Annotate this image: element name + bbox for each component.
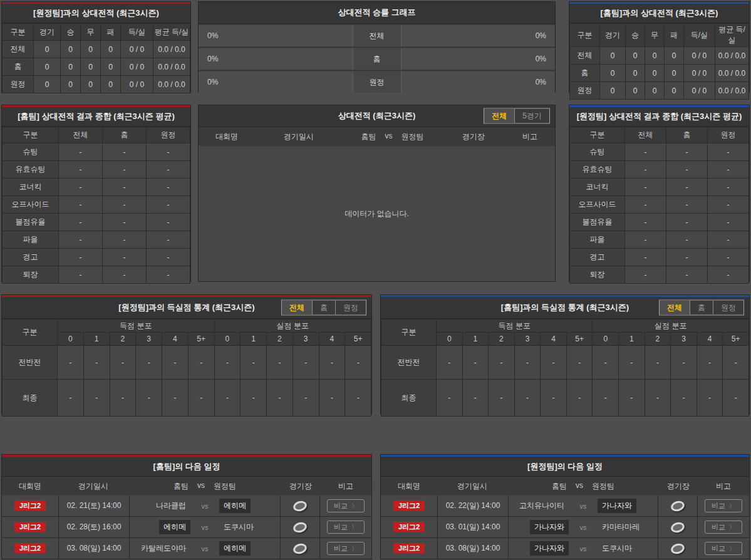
value-cell: - xyxy=(147,249,190,266)
value-cell: - xyxy=(83,380,110,417)
percent-value: 0% xyxy=(536,31,546,40)
col-match: 홈팀 vs 원정팀 xyxy=(343,132,442,142)
compare-button[interactable]: 비교〉 xyxy=(705,542,742,555)
panel-title: [원정팀]의 다음 일정 xyxy=(381,457,749,477)
tab-home[interactable]: 홈 xyxy=(312,301,335,315)
value-cell: - xyxy=(671,346,697,380)
compare-label: 비교 xyxy=(712,544,725,553)
col-league: 대회명 xyxy=(381,481,437,492)
table-row: 경고--- xyxy=(3,249,190,266)
winrate-bar-home-side: 0% xyxy=(199,71,353,93)
col-home: 홈팀 xyxy=(174,481,189,492)
compare-button[interactable]: 비교〉 xyxy=(327,499,365,512)
table-row: 전반전 ------------ xyxy=(381,346,749,380)
value-cell: 0 xyxy=(101,76,121,93)
schedule-row: J리그2 03. 08(일) 14:00 가나자와 vs 도쿠시마 비교〉 xyxy=(381,537,749,559)
value-cell: - xyxy=(666,179,708,196)
chevron-right-icon: 〉 xyxy=(351,523,358,532)
winrate-bar-home-side: 0% xyxy=(199,25,353,46)
panel-title: [원정팀]과의 득실점 통계 (최근3시즌) xyxy=(118,303,254,312)
compare-button[interactable]: 비교〉 xyxy=(327,542,365,555)
percent-value: 0% xyxy=(536,78,546,86)
datetime-cell: 02. 22(일) 14:00 xyxy=(437,495,508,516)
header-cell: 경기 xyxy=(34,24,61,41)
table-row: 파울--- xyxy=(570,231,749,249)
value-cell: - xyxy=(59,214,103,231)
value-cell: - xyxy=(136,346,162,380)
away-summary-table: 구분 전체 홈 원정 슈팅--- 유효슈팅--- 코너킥--- 오프사이드---… xyxy=(569,127,749,284)
value-cell: - xyxy=(345,346,371,380)
header-cell: 0 xyxy=(214,333,241,346)
vs-label: vs xyxy=(190,502,219,510)
compare-button[interactable]: 비교〉 xyxy=(705,521,742,534)
panel-title: 상대전적 승률 그래프 xyxy=(199,2,555,24)
tab-home[interactable]: 홈 xyxy=(690,301,713,315)
table-row: 홈 0 0 0 0 0 / 0 0.0 / 0.0 xyxy=(570,65,749,82)
value-cell: 0 xyxy=(665,82,684,100)
tab-away[interactable]: 원정 xyxy=(335,301,366,315)
tab-all[interactable]: 전체 xyxy=(282,301,312,315)
header-cell: 구분 xyxy=(570,24,600,47)
vs-label: vs xyxy=(569,545,598,552)
winrate-row-label: 홈 xyxy=(353,48,401,70)
header-cell: 득/실 xyxy=(121,24,153,41)
note-cell: 비교〉 xyxy=(319,538,371,559)
value-cell: - xyxy=(514,346,541,380)
value-cell: - xyxy=(103,266,147,284)
tab-all[interactable]: 전체 xyxy=(660,301,690,315)
value-cell: - xyxy=(625,143,666,161)
header-cell: 2 xyxy=(110,333,136,346)
schedule-row: J리그2 02. 28(토) 16:00 에히메 vs 도쿠시마 비교〉 xyxy=(2,516,371,537)
value-cell: - xyxy=(437,380,463,417)
row-label: 원정 xyxy=(570,82,600,100)
table-row: 퇴장--- xyxy=(570,266,749,284)
value-cell: - xyxy=(514,380,541,417)
header-cell: 전체 xyxy=(59,127,103,143)
value-cell: 0 xyxy=(61,58,81,76)
row-label: 파울 xyxy=(570,231,625,249)
value-cell: - xyxy=(214,346,241,380)
value-cell: 0 xyxy=(626,65,645,82)
value-cell: - xyxy=(666,214,708,231)
panel-title: [원정팀]과의 상대전적 (최근3시즌) xyxy=(2,4,190,23)
value-cell: - xyxy=(103,143,147,161)
row-label: 전체 xyxy=(570,47,600,65)
value-cell: - xyxy=(59,161,103,179)
away-team: 가나자와 xyxy=(598,499,636,513)
table-row: 파울--- xyxy=(3,231,190,249)
tab-all[interactable]: 전체 xyxy=(484,109,514,123)
match-cell: 나라클럽 vs 에히메 xyxy=(129,495,280,516)
value-cell: - xyxy=(723,346,749,380)
value-cell: - xyxy=(489,380,515,417)
winrate-bar-home-side: 0% xyxy=(199,48,353,70)
header-cell: 전체 xyxy=(625,127,666,143)
panel-titlebar: 상대전적 (최근3시즌) 전체 5경기 xyxy=(199,105,555,127)
compare-button[interactable]: 비교〉 xyxy=(705,499,742,512)
value-cell: - xyxy=(708,249,749,266)
value-cell: - xyxy=(593,380,619,417)
league-cell: J리그2 xyxy=(2,522,58,532)
value-cell: 0 xyxy=(645,47,665,65)
compare-button[interactable]: 비교〉 xyxy=(327,521,365,534)
row-label: 슈팅 xyxy=(3,143,59,161)
tab-away[interactable]: 원정 xyxy=(713,301,743,315)
value-cell: - xyxy=(162,380,189,417)
value-cell: - xyxy=(666,196,708,214)
away-team: 도쿠시마 xyxy=(219,520,258,534)
header-cell: 2 xyxy=(267,333,293,346)
row-label: 유효슈팅 xyxy=(3,161,59,179)
percent-value: 0% xyxy=(207,78,218,86)
panel-home-h2h: [홈팀]과의 상대전적 (최근3시즌) 구분 경기 승 무 패 득/실 평균 득… xyxy=(569,1,750,93)
tab-5games[interactable]: 5경기 xyxy=(514,109,549,123)
schedule-row: J리그2 02. 22(일) 14:00 고치유나이티 vs 가나자와 비교〉 xyxy=(381,495,749,516)
value-cell: 0 xyxy=(81,58,101,76)
value-cell: - xyxy=(462,346,489,380)
value-cell: 0 / 0 xyxy=(121,58,153,76)
value-cell: - xyxy=(267,380,293,417)
col-league: 대회명 xyxy=(199,132,255,142)
value-cell: 0 xyxy=(101,58,121,76)
row-label: 볼점유율 xyxy=(570,214,625,231)
value-cell: - xyxy=(671,380,697,417)
header-cell: 1 xyxy=(83,333,110,346)
winrate-row: 0% 전체 0% xyxy=(199,24,555,47)
